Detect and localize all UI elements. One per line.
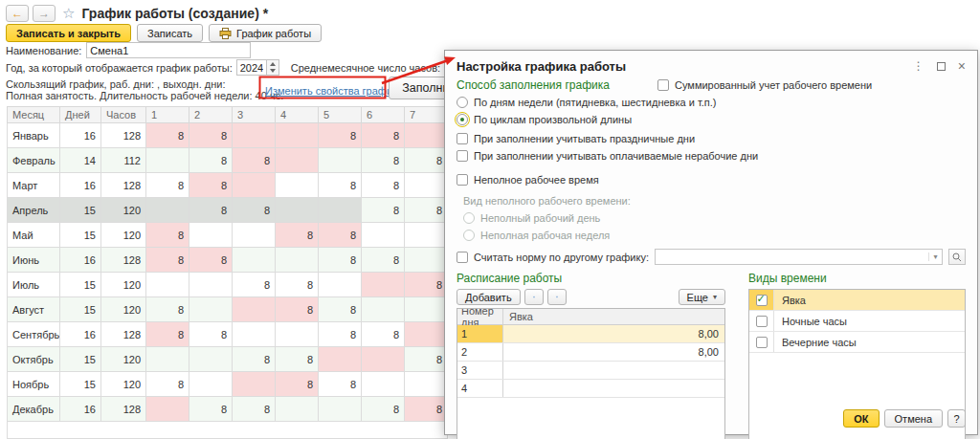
attendance-cell[interactable] bbox=[503, 362, 724, 379]
day-cell[interactable]: 8 bbox=[276, 347, 319, 372]
hours-cell[interactable]: 120 bbox=[101, 223, 146, 248]
norm-other-open-button[interactable] bbox=[948, 249, 966, 265]
day-cell[interactable]: 8 bbox=[146, 297, 189, 322]
day-cell[interactable]: 8 bbox=[405, 347, 448, 372]
day-cell[interactable]: 8 bbox=[319, 297, 362, 322]
month-cell[interactable]: Январь bbox=[8, 123, 60, 148]
day-cell[interactable] bbox=[189, 223, 233, 248]
by-cycles-radio[interactable] bbox=[457, 114, 468, 125]
day-cell[interactable] bbox=[189, 372, 233, 397]
time-type-checkbox[interactable] bbox=[756, 316, 768, 327]
day-cell[interactable]: 8 bbox=[276, 273, 319, 297]
time-type-checkbox-cell[interactable] bbox=[749, 290, 774, 310]
day-cell[interactable]: 8 bbox=[405, 397, 448, 422]
days-cell[interactable]: 15 bbox=[60, 198, 101, 223]
day-cell[interactable]: 8 bbox=[362, 148, 405, 173]
parttime-option[interactable]: Неполное рабочее время bbox=[457, 173, 966, 187]
day-cell[interactable] bbox=[233, 297, 276, 322]
day-cell[interactable]: 8 bbox=[319, 223, 362, 248]
day-cell[interactable]: 8 bbox=[276, 223, 319, 248]
paid-nonworking-option[interactable]: При заполнении учитывать оплачиваемые не… bbox=[457, 149, 966, 163]
day-cell[interactable]: 8 bbox=[319, 248, 362, 273]
day-cell[interactable]: 8 bbox=[189, 123, 233, 148]
day-cell[interactable]: 8 bbox=[146, 372, 189, 397]
spinner-up-icon[interactable] bbox=[267, 60, 278, 68]
day-cell[interactable] bbox=[276, 397, 319, 422]
day-cell[interactable]: 8 bbox=[189, 173, 233, 198]
month-cell[interactable]: Ноябрь bbox=[8, 372, 60, 397]
day-cell[interactable]: 8 bbox=[362, 397, 405, 422]
save-and-close-button[interactable]: Записать и закрыть bbox=[6, 24, 131, 42]
back-button[interactable]: ← bbox=[6, 5, 29, 22]
day-cell[interactable] bbox=[189, 273, 233, 297]
year-spinner[interactable] bbox=[267, 59, 279, 76]
day-cell[interactable] bbox=[189, 347, 233, 372]
norm-other-checkbox[interactable] bbox=[457, 252, 468, 263]
month-cell[interactable]: Февраль bbox=[8, 148, 60, 173]
by-week-radio[interactable] bbox=[457, 97, 468, 108]
day-cell[interactable] bbox=[362, 273, 405, 297]
day-cell[interactable] bbox=[276, 173, 319, 198]
chevron-down-icon[interactable]: ▾ bbox=[928, 252, 942, 261]
day-cell[interactable]: 8 bbox=[146, 123, 189, 148]
cycle-day-row[interactable]: 3 bbox=[457, 362, 724, 380]
by-cycles-option[interactable]: По циклам произвольной длины bbox=[457, 113, 966, 126]
time-type-row[interactable]: Явка bbox=[749, 290, 965, 311]
day-cell[interactable] bbox=[319, 397, 362, 422]
hours-cell[interactable]: 128 bbox=[101, 173, 146, 198]
hours-cell[interactable]: 128 bbox=[101, 123, 146, 148]
by-week-option[interactable]: По дням недели (пятидневка, шестидневка … bbox=[457, 96, 966, 109]
month-cell[interactable]: Март bbox=[8, 173, 60, 198]
day-cell[interactable] bbox=[319, 347, 362, 372]
day-cell[interactable] bbox=[362, 372, 405, 397]
day-cell[interactable] bbox=[319, 273, 362, 297]
day-cell[interactable] bbox=[233, 223, 276, 248]
day-cell[interactable] bbox=[146, 148, 189, 173]
day-cell[interactable] bbox=[405, 248, 448, 273]
print-schedule-button[interactable]: График работы bbox=[209, 24, 322, 42]
day-cell[interactable] bbox=[189, 297, 233, 322]
days-cell[interactable]: 15 bbox=[60, 347, 101, 372]
year-input[interactable] bbox=[236, 59, 267, 76]
holidays-option[interactable]: При заполнении учитывать праздничные дни bbox=[457, 132, 966, 145]
day-cell[interactable] bbox=[319, 198, 362, 223]
favorite-star-icon[interactable]: ☆ bbox=[62, 5, 75, 22]
hours-cell[interactable]: 120 bbox=[101, 347, 146, 372]
day-cell[interactable]: 8 bbox=[405, 273, 448, 297]
more-actions-button[interactable]: Еще ▾ bbox=[679, 289, 725, 305]
cancel-button[interactable]: Отмена bbox=[884, 409, 943, 428]
day-cell[interactable] bbox=[276, 123, 319, 148]
cycle-day-row[interactable]: 18,00 bbox=[457, 325, 724, 343]
day-cell[interactable] bbox=[276, 148, 319, 173]
month-cell[interactable]: Сентябрь bbox=[8, 322, 60, 347]
day-cell[interactable] bbox=[233, 322, 276, 347]
day-cell[interactable] bbox=[146, 347, 189, 372]
hours-cell[interactable]: 120 bbox=[101, 198, 146, 223]
month-cell[interactable]: Август bbox=[8, 297, 60, 322]
summed-accounting-option[interactable]: Суммированный учет рабочего времени bbox=[657, 78, 872, 92]
day-cell[interactable]: 8 bbox=[189, 397, 233, 422]
day-cell[interactable]: 8 bbox=[233, 397, 276, 422]
month-cell[interactable]: Декабрь bbox=[8, 397, 60, 422]
day-cell[interactable] bbox=[233, 248, 276, 273]
day-cell[interactable] bbox=[405, 123, 448, 148]
day-cell[interactable]: 8 bbox=[189, 198, 233, 223]
move-up-button[interactable] bbox=[524, 289, 544, 305]
day-cell[interactable]: 8 bbox=[146, 248, 189, 273]
day-cell[interactable] bbox=[405, 322, 448, 347]
hours-cell[interactable]: 120 bbox=[101, 297, 146, 322]
move-down-button[interactable] bbox=[547, 289, 567, 305]
day-cell[interactable] bbox=[405, 223, 448, 248]
day-cell[interactable] bbox=[405, 372, 448, 397]
time-type-checkbox-cell[interactable] bbox=[749, 332, 774, 352]
time-type-checkbox[interactable] bbox=[756, 337, 768, 348]
maximize-icon[interactable] bbox=[937, 62, 946, 71]
day-cell[interactable]: 8 bbox=[276, 372, 319, 397]
time-type-row[interactable]: Вечерние часы bbox=[749, 332, 965, 353]
day-cell[interactable]: 8 bbox=[233, 347, 276, 372]
day-cell[interactable] bbox=[276, 248, 319, 273]
save-button[interactable]: Записать bbox=[137, 24, 203, 42]
time-type-row[interactable]: Ночные часы bbox=[749, 311, 965, 332]
day-cell[interactable]: 8 bbox=[189, 322, 233, 347]
hours-cell[interactable]: 112 bbox=[101, 148, 146, 173]
